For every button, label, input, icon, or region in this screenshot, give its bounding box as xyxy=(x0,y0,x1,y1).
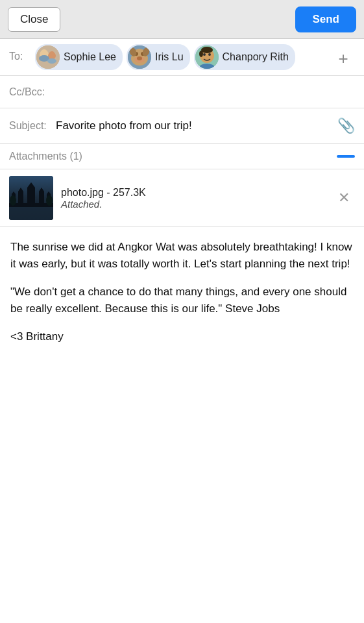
attachments-label: Attachments (1) xyxy=(9,151,337,162)
recipient-name-sophie: Sophie Lee xyxy=(64,51,116,63)
remove-attachment-button[interactable]: ✕ xyxy=(333,187,355,209)
to-label: To: xyxy=(9,44,35,62)
close-button[interactable]: Close xyxy=(8,7,60,32)
to-field: To: Sophie Lee xyxy=(0,39,364,76)
attachment-item: photo.jpg - 257.3K Attached. ✕ xyxy=(0,169,364,227)
svg-point-13 xyxy=(137,56,142,60)
svg-rect-24 xyxy=(9,206,53,220)
avatar-chanpory xyxy=(195,45,219,69)
send-button[interactable]: Send xyxy=(295,6,356,32)
paperclip-icon[interactable]: 📎 xyxy=(337,117,355,134)
svg-rect-25 xyxy=(27,188,35,206)
ccbcc-field[interactable]: Cc/Bcc: xyxy=(0,76,364,108)
body-paragraph-3: <3 Brittany xyxy=(10,328,354,345)
collapse-attachments-icon[interactable] xyxy=(337,155,355,158)
body-paragraph-2: "We don't get a chance to do that many t… xyxy=(10,284,354,317)
attachments-header: Attachments (1) xyxy=(0,144,364,169)
svg-point-18 xyxy=(203,53,206,56)
svg-point-19 xyxy=(208,53,211,56)
recipients-list: Sophie Lee Iris Lu xyxy=(35,44,329,70)
svg-point-20 xyxy=(201,47,213,53)
recipient-name-chanpory: Chanpory Rith xyxy=(223,51,289,63)
recipient-chip-sophie[interactable]: Sophie Lee xyxy=(35,44,123,70)
svg-point-36 xyxy=(10,195,16,206)
svg-point-6 xyxy=(47,58,56,64)
svg-point-21 xyxy=(199,51,203,57)
avatar-sophie xyxy=(36,45,60,69)
toolbar: Close Send xyxy=(0,0,364,39)
svg-point-37 xyxy=(46,195,53,206)
ccbcc-label: Cc/Bcc: xyxy=(9,86,45,98)
svg-point-3 xyxy=(41,49,47,56)
attachment-info: photo.jpg - 257.3K Attached. xyxy=(61,187,325,210)
subject-field: Subject: Favorite photo from our trip! 📎 xyxy=(0,108,364,144)
subject-label: Subject: xyxy=(9,120,56,132)
attachment-filename: photo.jpg - 257.3K xyxy=(61,187,325,199)
attachment-status: Attached. xyxy=(61,199,325,210)
email-body[interactable]: The sunrise we did at Angkor Wat was abs… xyxy=(0,227,364,369)
svg-rect-35 xyxy=(9,203,53,207)
svg-point-5 xyxy=(49,51,55,56)
attachment-thumbnail xyxy=(9,176,53,220)
recipient-chip-chanpory[interactable]: Chanpory Rith xyxy=(194,44,295,70)
recipient-chip-iris[interactable]: Iris Lu xyxy=(127,44,190,70)
recipient-name-iris: Iris Lu xyxy=(155,51,184,63)
body-paragraph-1: The sunrise we did at Angkor Wat was abs… xyxy=(10,239,354,272)
add-recipient-button[interactable]: + xyxy=(332,47,355,70)
subject-value[interactable]: Favorite photo from our trip! xyxy=(56,119,332,132)
avatar-iris xyxy=(128,45,151,69)
